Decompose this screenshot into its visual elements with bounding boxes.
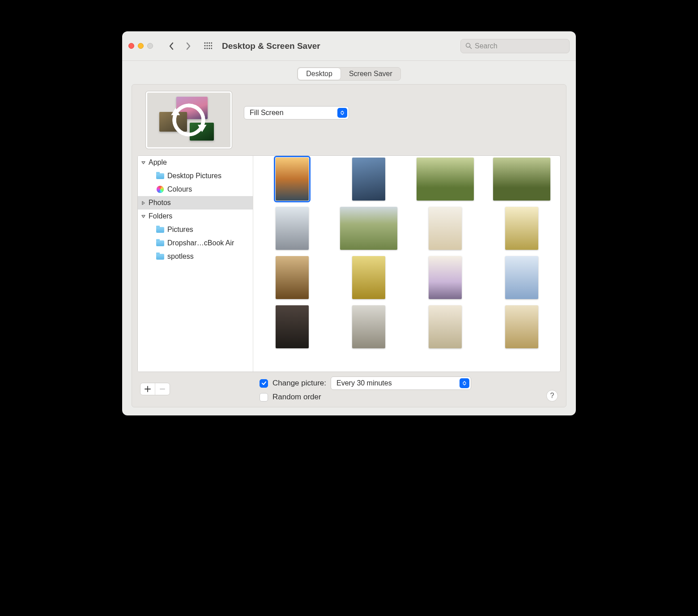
check-icon	[261, 381, 267, 386]
thumbnail[interactable]	[487, 157, 557, 201]
chevron-right-icon	[185, 42, 192, 50]
add-folder-button[interactable]	[140, 383, 155, 395]
thumbnail[interactable]	[257, 157, 327, 201]
minimize-button[interactable]	[138, 43, 144, 49]
random-order-checkbox[interactable]	[260, 393, 268, 402]
thumbnail[interactable]	[410, 304, 480, 349]
source-folder-pictures[interactable]: Pictures	[138, 223, 253, 236]
change-interval-select[interactable]: Every 30 minutes	[331, 376, 471, 390]
source-list[interactable]: Apple Desktop Pictures Colours Photos	[138, 156, 253, 372]
forward-button	[182, 39, 195, 53]
disclosure-down-icon[interactable]	[140, 214, 146, 218]
svg-point-3	[211, 42, 212, 43]
search-field[interactable]	[460, 39, 570, 53]
source-colours[interactable]: Colours	[138, 183, 253, 196]
source-label: Pictures	[167, 226, 193, 234]
stepper-icon	[460, 378, 469, 388]
grid-icon	[204, 42, 212, 50]
svg-point-8	[204, 47, 205, 49]
tab-bar: Desktop Screen Saver	[122, 61, 576, 82]
svg-point-7	[211, 45, 212, 46]
current-desktop-preview	[145, 91, 232, 149]
folder-icon	[156, 226, 165, 233]
chevron-left-icon	[168, 42, 174, 50]
minus-icon	[159, 386, 166, 392]
close-button[interactable]	[128, 43, 134, 49]
source-label: Desktop Pictures	[167, 172, 221, 180]
source-photos[interactable]: Photos	[138, 196, 253, 210]
thumbnail[interactable]	[257, 206, 327, 251]
window-title: Desktop & Screen Saver	[222, 41, 320, 51]
fill-mode-value: Fill Screen	[250, 109, 284, 117]
source-label: Dropshar…cBook Air	[167, 239, 234, 247]
source-label: spotless	[167, 252, 194, 261]
thumbnail[interactable]	[487, 206, 557, 251]
disclosure-right-icon[interactable]	[140, 201, 146, 205]
source-label: Photos	[149, 199, 171, 207]
folder-icon	[156, 240, 165, 247]
remove-folder-button	[155, 383, 170, 395]
desktop-panel: Fill Screen Apple	[132, 84, 566, 407]
search-input[interactable]	[475, 42, 565, 50]
back-button[interactable]	[165, 39, 178, 53]
add-remove-control	[140, 383, 170, 395]
toolbar: Desktop & Screen Saver	[122, 31, 576, 61]
thumbnail[interactable]	[487, 304, 557, 349]
change-picture-label: Change picture:	[272, 379, 326, 388]
svg-point-0	[204, 42, 205, 43]
stepper-icon	[337, 108, 347, 118]
source-group-apple[interactable]: Apple	[138, 156, 253, 169]
window-controls	[128, 43, 153, 49]
thumbnail[interactable]	[410, 255, 480, 300]
change-picture-checkbox[interactable]	[260, 379, 268, 388]
svg-point-2	[209, 42, 210, 43]
source-label: Folders	[149, 212, 172, 220]
thumbnail[interactable]	[487, 255, 557, 300]
thumbnail[interactable]	[334, 157, 404, 201]
fill-mode-select[interactable]: Fill Screen	[244, 106, 349, 120]
plus-icon	[145, 386, 151, 392]
svg-point-4	[204, 45, 205, 46]
disclosure-down-icon[interactable]	[140, 161, 146, 165]
source-group-folders[interactable]: Folders	[138, 210, 253, 223]
zoom-button-disabled	[147, 43, 153, 49]
help-button[interactable]: ?	[546, 390, 558, 402]
folder-icon	[156, 172, 165, 180]
svg-point-6	[209, 45, 210, 46]
svg-point-11	[211, 47, 212, 49]
change-interval-value: Every 30 minutes	[336, 379, 392, 387]
svg-point-10	[209, 47, 210, 49]
colour-wheel-icon	[156, 186, 165, 193]
thumbnail-grid[interactable]	[253, 156, 560, 372]
thumbnail[interactable]	[410, 157, 480, 201]
svg-point-9	[206, 47, 208, 49]
thumbnail[interactable]	[257, 304, 327, 349]
source-label: Apple	[149, 158, 167, 167]
search-icon	[465, 43, 472, 49]
source-folder-dropshare[interactable]: Dropshar…cBook Air	[138, 236, 253, 250]
thumbnail[interactable]	[334, 304, 404, 349]
folder-icon	[156, 253, 165, 260]
source-label: Colours	[167, 185, 192, 193]
prefs-window: Desktop & Screen Saver Desktop Screen Sa…	[122, 31, 576, 415]
thumbnail[interactable]	[257, 255, 327, 300]
thumbnail[interactable]	[410, 206, 480, 251]
svg-point-1	[206, 42, 208, 43]
random-order-label: Random order	[272, 393, 321, 402]
thumbnail[interactable]	[334, 206, 404, 251]
cycle-icon	[169, 100, 209, 140]
source-folder-spotless[interactable]: spotless	[138, 250, 253, 263]
show-all-button[interactable]	[200, 39, 216, 53]
svg-point-12	[466, 43, 470, 47]
tab-screen-saver[interactable]: Screen Saver	[341, 68, 400, 80]
panel-footer: Change picture: Every 30 minutes Random …	[137, 372, 561, 402]
thumbnail[interactable]	[334, 255, 404, 300]
tab-desktop[interactable]: Desktop	[298, 68, 340, 80]
svg-line-13	[470, 47, 472, 49]
svg-point-5	[206, 45, 208, 46]
source-desktop-pictures[interactable]: Desktop Pictures	[138, 169, 253, 183]
